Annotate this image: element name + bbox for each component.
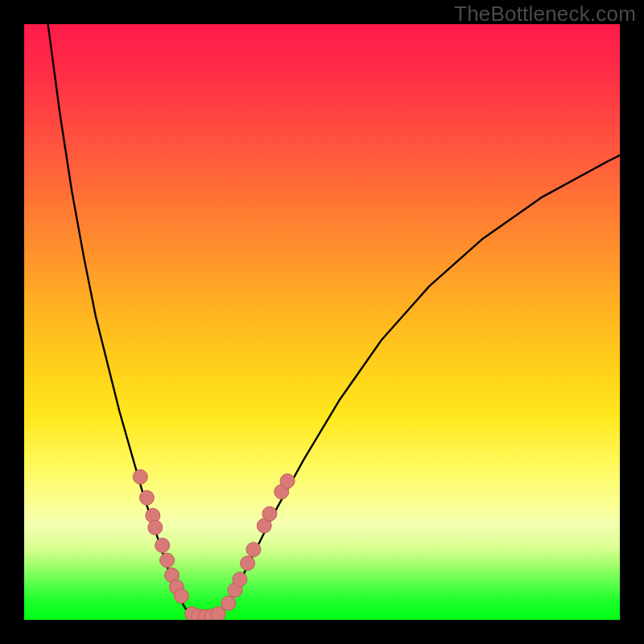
- watermark-text: TheBottleneck.com: [454, 2, 636, 27]
- data-marker: [262, 506, 277, 521]
- data-marker: [221, 596, 236, 610]
- chart-frame: TheBottleneck.com: [0, 0, 644, 644]
- data-marker: [155, 539, 170, 553]
- curve-path: [48, 24, 620, 618]
- data-marker: [160, 553, 175, 568]
- data-marker: [139, 490, 154, 505]
- data-marker: [233, 572, 247, 587]
- data-marker: [246, 543, 261, 557]
- data-marker: [133, 469, 147, 484]
- data-marker: [148, 520, 163, 535]
- data-marker: [241, 556, 255, 571]
- data-marker: [280, 474, 295, 489]
- data-marker: [174, 588, 188, 603]
- bottleneck-curve: [24, 24, 620, 620]
- plot-area: [24, 24, 620, 620]
